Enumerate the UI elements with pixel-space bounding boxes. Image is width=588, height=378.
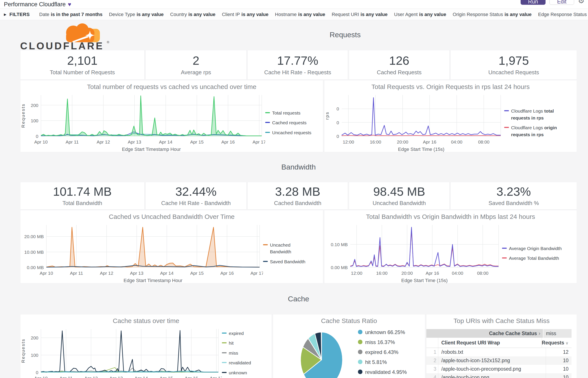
kpi-value: 17.77% <box>277 54 318 67</box>
kpi-tile: 101.74 MBTotal Bandwidth <box>20 182 144 210</box>
table-row[interactable]: 1/robots.txt12 <box>426 348 572 356</box>
chart-canvas: Apr 10Apr 11Apr 12Apr 13Apr 14Apr 15Apr … <box>20 92 265 152</box>
filter-item[interactable]: Device Typeis any value <box>109 12 164 17</box>
legend-swatch <box>358 360 363 364</box>
section-header-bandwidth: Bandwidth <box>20 152 577 182</box>
kpi-label: Uncached Requests <box>488 69 539 76</box>
pie-chart-canvas <box>291 327 352 378</box>
svg-text:12:00: 12:00 <box>351 271 363 276</box>
uri-column-header[interactable]: Client Request URI Wrap <box>438 338 542 348</box>
legend-item[interactable]: revalidated 4.95% <box>358 368 407 376</box>
legend-item[interactable]: Uncached Bandwidth <box>263 242 313 255</box>
chart-row-bandwidth: Cached vs Uncached Bandwidth Over Time A… <box>20 210 577 284</box>
legend-item[interactable]: Average Origin Bandwidth <box>502 245 565 252</box>
filters-expand-icon[interactable]: ▶ <box>4 13 6 16</box>
table-row[interactable]: 3/apple-touch-icon-precomposed.png10 <box>426 365 572 373</box>
uri-cell[interactable]: /apple-touch-icon-152x152.png <box>438 356 546 365</box>
svg-text:0.00 MB: 0.00 MB <box>27 265 44 270</box>
legend-swatch <box>265 112 270 113</box>
filter-item[interactable]: Request URIis any value <box>332 12 388 17</box>
chart-legend: expiredhitmissrevalidatedunknownupdating <box>222 328 259 378</box>
legend-label: Saved Bandwidth <box>270 258 305 265</box>
legend-item[interactable]: expired 6.43% <box>358 348 407 356</box>
svg-text:20.00 MB: 20.00 MB <box>24 234 44 239</box>
filter-item[interactable]: Hostnameis any value <box>275 12 325 17</box>
table-pivot-header: Cache Cache Status› miss <box>426 329 572 338</box>
legend-item[interactable]: hit <box>222 340 259 347</box>
filter-bar: ▶ FILTERS Dateis in the past 7 monthsDev… <box>0 9 588 20</box>
table-row[interactable]: 2/apple-touch-icon-152x152.png10 <box>426 356 572 365</box>
svg-text:04:00: 04:00 <box>451 139 462 144</box>
legend-item[interactable]: hit 5.81% <box>358 358 407 366</box>
requests-column-header[interactable]: Requests∨ <box>542 338 572 348</box>
pivot-field-header[interactable]: Cache Cache Status› <box>426 329 543 338</box>
panel-top-uris: Top URIs with Cache Status Miss Cache Ca… <box>426 314 577 378</box>
legend-label: Total requests <box>272 109 300 117</box>
svg-text:Apr 10: Apr 10 <box>34 376 48 378</box>
legend-item[interactable]: expired <box>222 330 259 337</box>
panel-bandwidth-24h: Total Bandwidth vs Origin Bandwidth in M… <box>324 210 577 284</box>
legend-item[interactable]: revalidated <box>222 359 259 366</box>
favorite-heart-icon[interactable]: ♥ <box>68 1 71 8</box>
filter-item[interactable]: Countryis any value <box>170 12 215 17</box>
svg-text:Apr 10: Apr 10 <box>34 139 48 144</box>
legend-swatch <box>502 257 507 258</box>
chart-row-cache: Cache status over time Apr 10Apr 11Apr 1… <box>20 314 577 378</box>
legend-item[interactable]: Saved Bandwidth <box>263 258 313 265</box>
edit-button[interactable]: Edit <box>549 0 574 5</box>
svg-text:16:00: 16:00 <box>376 271 388 276</box>
legend-label: miss <box>229 350 238 357</box>
requests-cell: 10 <box>546 356 572 365</box>
filter-item[interactable]: Origin Response Statusis any value <box>453 12 532 17</box>
uri-cell[interactable]: /apple-touch-icon.png <box>438 373 546 378</box>
filter-item[interactable]: Dateis in the past 7 months <box>39 12 102 17</box>
svg-text:0.10 MB: 0.10 MB <box>331 242 348 247</box>
kpi-label: Uncached Bandwidth <box>373 200 426 206</box>
chevron-right-icon: › <box>539 331 540 336</box>
legend-swatch <box>265 122 270 123</box>
filter-item[interactable]: User Agentis any value <box>394 12 446 17</box>
filter-item[interactable]: Client IPis any value <box>222 12 268 17</box>
row-number-header <box>426 338 438 348</box>
kpi-tile: 126Cached Requests <box>349 50 449 80</box>
legend-item[interactable]: Cloudflare Logs total requests in rps <box>504 108 569 121</box>
table-column-headers: Client Request URI Wrap Requests∨ <box>426 338 572 348</box>
svg-text:Apr 12: Apr 12 <box>100 271 113 276</box>
gear-icon[interactable]: ⚙ <box>578 0 585 4</box>
legend-swatch <box>358 370 363 374</box>
legend-swatch <box>358 350 363 354</box>
dashboard-page: Performance Cloudflare ♥ Run Edit ⚙ ▶ FI… <box>0 0 588 378</box>
svg-text:Apr 16: Apr 16 <box>185 376 198 378</box>
cloudflare-logo: CLOUDFLARE ® <box>20 20 113 50</box>
chart-title: Cache Status Ratio <box>273 317 425 326</box>
table-row[interactable]: 4/apple-touch-icon.png10 <box>426 373 572 378</box>
svg-text:04:00: 04:00 <box>452 271 463 276</box>
legend-item[interactable]: Cloudflare Logs origin requests in rps <box>504 124 569 138</box>
chart-legend: Average Origin BandwidthAverage Total Ba… <box>502 243 565 263</box>
uri-cell[interactable]: /robots.txt <box>438 348 546 356</box>
legend-item[interactable]: unknown 66.25% <box>358 328 407 336</box>
legend-item[interactable]: unknown <box>222 369 259 376</box>
legend-item[interactable]: miss 16.37% <box>358 338 407 346</box>
legend-item[interactable]: miss <box>222 350 259 357</box>
legend-item[interactable]: Cached requests <box>265 119 315 126</box>
svg-text:Apr 17: Apr 17 <box>253 139 265 144</box>
requests-cell: 10 <box>546 365 572 373</box>
legend-swatch <box>222 362 227 363</box>
legend-item[interactable]: Average Total Bandwidth <box>502 255 565 262</box>
kpi-label: Cache Hit Rate - Bandwidth <box>161 200 231 206</box>
uri-cell[interactable]: /apple-touch-icon-precomposed.png <box>438 365 546 373</box>
kpi-value: 101.74 MB <box>53 185 112 198</box>
panel-cache-status-over-time: Cache status over time Apr 10Apr 11Apr 1… <box>20 314 272 378</box>
svg-text:Apr 16: Apr 16 <box>425 271 439 276</box>
svg-text:Apr 16: Apr 16 <box>220 271 234 276</box>
run-button[interactable]: Run <box>521 0 546 5</box>
legend-item[interactable]: Total requests <box>265 109 315 117</box>
chart-canvas: Apr 10Apr 11Apr 12Apr 13Apr 14Apr 15Apr … <box>20 222 263 284</box>
svg-text:20:00: 20:00 <box>397 139 408 144</box>
svg-text:Apr 15: Apr 15 <box>190 271 204 276</box>
pie-slice-updating[interactable] <box>321 332 322 360</box>
legend-label: expired 6.43% <box>365 348 398 356</box>
legend-item[interactable]: Uncached requests <box>265 129 315 136</box>
filter-item[interactable]: Edge Response Statusis any value <box>538 12 588 17</box>
